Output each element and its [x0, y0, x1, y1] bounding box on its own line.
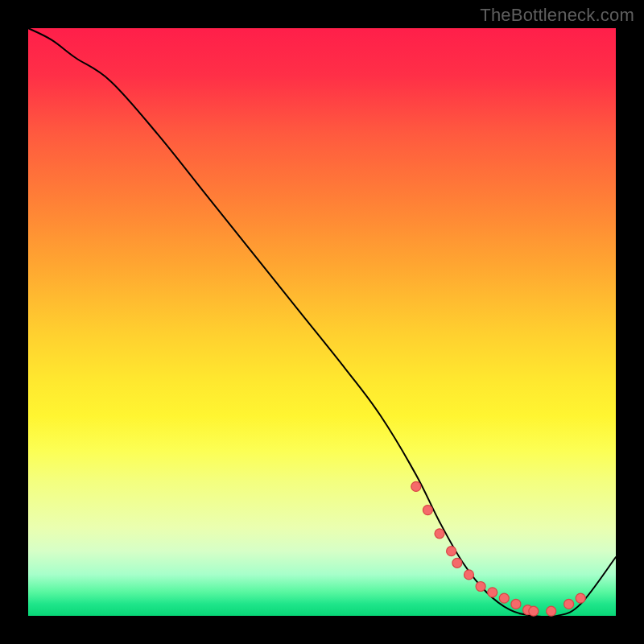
highlight-dot: [447, 547, 456, 556]
bottleneck-curve: [28, 28, 616, 617]
highlight-dot: [529, 606, 539, 616]
highlight-dot: [423, 506, 432, 515]
highlight-dot: [476, 582, 485, 592]
highlight-dot: [488, 588, 497, 597]
highlight-dot: [499, 593, 509, 603]
chart-svg: [28, 28, 616, 616]
highlight-dot: [576, 593, 585, 603]
watermark-text: TheBottleneck.com: [480, 5, 634, 26]
chart-frame: TheBottleneck.com: [0, 0, 644, 644]
highlight-dot: [464, 570, 474, 580]
highlight-dots-group: [411, 481, 585, 616]
highlight-dot: [511, 599, 521, 609]
highlight-dot: [547, 606, 556, 616]
highlight-dot: [435, 529, 444, 539]
highlight-dot: [411, 481, 421, 491]
plot-area: [28, 28, 616, 616]
highlight-dot: [452, 558, 462, 568]
highlight-dot: [564, 599, 574, 609]
